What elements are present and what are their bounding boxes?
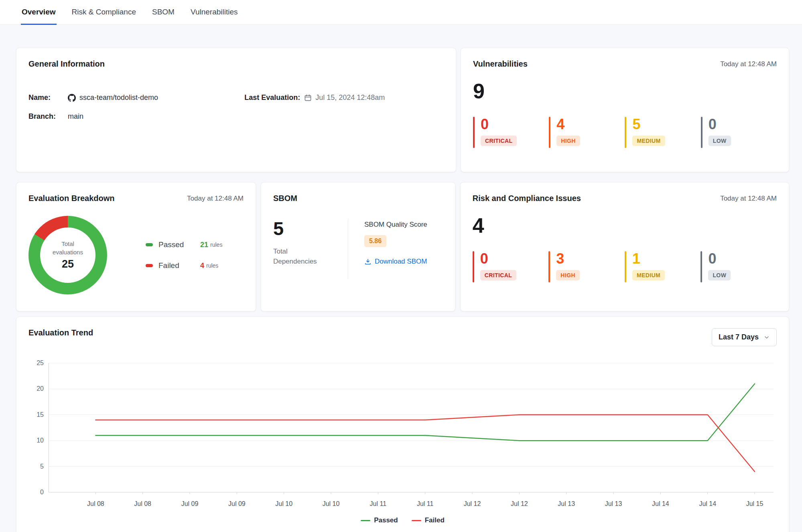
- svg-text:Jul 08: Jul 08: [87, 500, 104, 507]
- risk-compliance-timestamp: Today at 12:48 AM: [720, 194, 777, 203]
- severity-count: 0: [708, 251, 731, 266]
- legend-series-label: Failed: [425, 516, 445, 524]
- risk-compliance-title: Risk and Compliance Issues: [473, 194, 581, 203]
- svg-text:Jul 09: Jul 09: [228, 500, 246, 507]
- svg-text:Jul 14: Jul 14: [652, 500, 669, 507]
- svg-text:0: 0: [40, 489, 44, 495]
- passed-count: 21: [200, 241, 208, 249]
- repo-name-text: ssca-team/todolist-demo: [79, 93, 158, 102]
- svg-text:Jul 11: Jul 11: [417, 500, 434, 507]
- severity-count: 3: [556, 251, 580, 266]
- severity-count: 5: [632, 117, 665, 132]
- general-information-card: General Information Name: ssca-team/todo…: [16, 48, 456, 172]
- severity-count: 4: [556, 117, 580, 132]
- severity-high: 3 HIGH: [548, 251, 625, 282]
- severity-count: 0: [709, 117, 731, 132]
- severity-bar: [473, 251, 474, 282]
- donut-hole: Total evaluations 25: [40, 227, 95, 283]
- time-range-value: Last 7 Days: [719, 333, 759, 341]
- svg-text:Jul 10: Jul 10: [275, 500, 292, 507]
- sbom-title: SBOM: [273, 194, 297, 203]
- evaluation-breakdown-title: Evaluation Breakdown: [28, 194, 115, 203]
- vulnerabilities-title: Vulnerabilities: [473, 59, 528, 69]
- evaluation-donut-chart: Total evaluations 25: [28, 216, 107, 294]
- sbom-quality-score-value: 5.86: [364, 235, 386, 247]
- tab-overview[interactable]: Overview: [21, 0, 57, 25]
- svg-text:Jul 11: Jul 11: [370, 500, 387, 507]
- risk-compliance-card: Risk and Compliance Issues Today at 12:4…: [460, 182, 789, 311]
- severity-bar: [625, 251, 626, 282]
- severity-count: 0: [481, 117, 517, 132]
- severity-badge-low: LOW: [709, 136, 731, 146]
- svg-text:Jul 12: Jul 12: [511, 500, 528, 507]
- dashboard-content: General Information Name: ssca-team/todo…: [0, 25, 802, 532]
- donut-total-value: 25: [62, 258, 74, 270]
- legend-passed: Passed 21 rules: [146, 240, 222, 249]
- branch-value: main: [68, 112, 83, 121]
- tab-risk-compliance[interactable]: Risk & Compliance: [71, 0, 137, 25]
- severity-bar: [548, 251, 550, 282]
- severity-badge-high: HIGH: [556, 270, 580, 280]
- evaluation-breakdown-card: Evaluation Breakdown Today at 12:48 AM T…: [16, 182, 256, 311]
- repo-name-value: ssca-team/todolist-demo: [68, 93, 158, 102]
- severity-badge-medium: MEDIUM: [632, 270, 665, 280]
- svg-text:25: 25: [37, 359, 44, 366]
- tab-bar: Overview Risk & Compliance SBOM Vulnerab…: [0, 0, 802, 25]
- severity-badge-medium: MEDIUM: [632, 136, 665, 146]
- svg-text:10: 10: [37, 437, 44, 444]
- svg-text:20: 20: [37, 385, 44, 392]
- passed-label: Passed: [158, 240, 200, 249]
- legend-series-label: Passed: [374, 516, 398, 524]
- severity-count: 1: [632, 251, 665, 266]
- total-dependencies-label: Total Dependencies: [273, 247, 326, 266]
- svg-text:Jul 09: Jul 09: [181, 500, 199, 507]
- severity-bar: [625, 117, 626, 148]
- svg-text:Jul 13: Jul 13: [558, 500, 575, 507]
- svg-text:Jul 12: Jul 12: [464, 500, 481, 507]
- severity-count: 0: [480, 251, 517, 266]
- total-dependencies-count: 5: [273, 219, 348, 238]
- github-icon: [68, 94, 76, 102]
- download-icon: [364, 258, 372, 265]
- severity-medium: 5 MEDIUM: [625, 117, 700, 148]
- download-sbom-label: Download SBOM: [375, 258, 427, 266]
- last-evaluation-text: Jul 15, 2024 12:48am: [315, 93, 385, 102]
- severity-critical: 0 CRITICAL: [473, 117, 549, 148]
- severity-high: 4 HIGH: [549, 117, 625, 148]
- passed-marker: [146, 243, 153, 246]
- vulnerabilities-severity-row: 0 CRITICAL 4 HIGH 5 MEDIUM 0 LOW: [473, 117, 777, 148]
- breakdown-legend: Passed 21 rules Failed 4 rules: [146, 240, 222, 270]
- evaluation-trend-card: Evaluation Trend Last 7 Days 0510152025J…: [16, 317, 789, 532]
- sbom-card: SBOM 5 Total Dependencies SBOM Quality S…: [261, 182, 455, 311]
- risk-compliance-total: 4: [473, 215, 777, 236]
- trend-legend-item: Failed: [412, 516, 445, 524]
- name-label: Name:: [28, 93, 64, 102]
- vulnerabilities-total: 9: [473, 81, 777, 102]
- legend-line-swatch: [361, 520, 370, 521]
- time-range-dropdown[interactable]: Last 7 Days: [712, 328, 777, 346]
- svg-text:Jul 08: Jul 08: [134, 500, 151, 507]
- severity-bar: [700, 251, 702, 282]
- general-information-title: General Information: [28, 59, 105, 69]
- legend-line-swatch: [412, 520, 421, 521]
- chevron-down-icon: [763, 334, 770, 341]
- sbom-quality-score-label: SBOM Quality Score: [364, 221, 427, 229]
- svg-text:Jul 14: Jul 14: [699, 500, 716, 507]
- vulnerabilities-card: Vulnerabilities Today at 12:48 AM 9 0 CR…: [461, 48, 789, 172]
- last-evaluation-label: Last Evaluation:: [244, 93, 300, 102]
- download-sbom-link[interactable]: Download SBOM: [364, 258, 427, 266]
- tab-vulnerabilities[interactable]: Vulnerabilities: [190, 0, 239, 25]
- donut-center-label: Total evaluations: [47, 240, 89, 256]
- svg-text:15: 15: [37, 411, 44, 418]
- evaluation-breakdown-timestamp: Today at 12:48 AM: [187, 194, 244, 203]
- calendar-icon: [304, 94, 312, 102]
- severity-badge-critical: CRITICAL: [481, 136, 517, 146]
- severity-badge-critical: CRITICAL: [480, 270, 517, 280]
- last-evaluation-value: Jul 15, 2024 12:48am: [304, 93, 385, 102]
- severity-bar: [701, 117, 703, 148]
- failed-unit: rules: [206, 262, 218, 269]
- trend-legend: PassedFailed: [28, 516, 777, 524]
- tab-sbom[interactable]: SBOM: [151, 0, 175, 25]
- severity-low: 0 LOW: [700, 251, 777, 282]
- trend-chart: 0510152025Jul 08Jul 08Jul 09Jul 09Jul 10…: [28, 352, 777, 516]
